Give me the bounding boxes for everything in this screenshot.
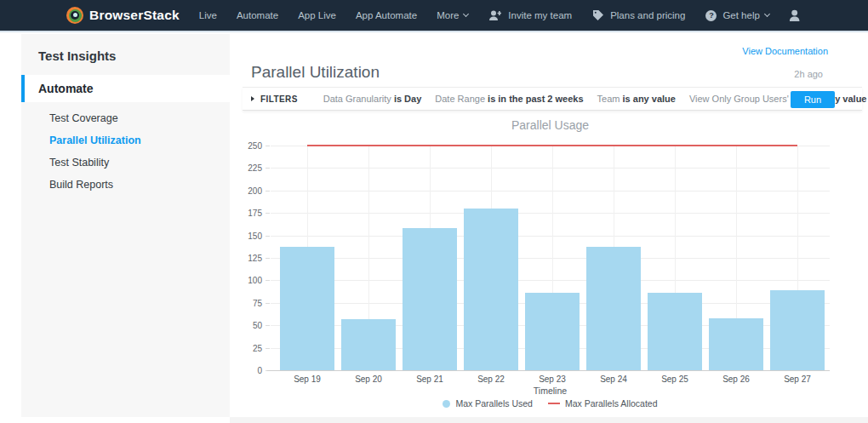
sidebar-item-build-reports[interactable]: Build Reports <box>21 174 230 196</box>
chevron-down-icon <box>764 11 770 17</box>
bar-sep-25[interactable] <box>648 293 702 370</box>
page-title: Parallel Utilization <box>251 63 380 82</box>
filter-date-range[interactable]: Date Range is in the past 2 weeks <box>435 94 583 104</box>
top-navbar: BrowserStack LiveAutomateApp LiveApp Aut… <box>0 0 868 32</box>
chart-legend: Max Parallels UsedMax Parallels Allocate… <box>271 398 830 409</box>
nav-item-label: Invite my team <box>508 10 572 20</box>
bar-sep-19[interactable] <box>280 247 334 370</box>
sidebar-section-label: Automate <box>38 82 94 95</box>
bar-sep-26[interactable] <box>709 318 763 370</box>
y-axis-label: 75 <box>230 299 262 308</box>
y-tick-mark <box>266 191 270 191</box>
nav-item-label: App Live <box>298 10 336 20</box>
x-axis-title: Timeline <box>271 386 830 396</box>
x-axis-label: Sep 20 <box>338 374 399 384</box>
y-axis-label: 100 <box>230 276 262 285</box>
filters-expand-icon[interactable] <box>251 96 254 101</box>
help-icon: ? <box>705 10 717 21</box>
nav-item-label: App Automate <box>356 10 417 20</box>
x-axis-label: Sep 23 <box>522 374 583 384</box>
sidebar-section-automate[interactable]: Automate <box>21 75 230 102</box>
filter-team[interactable]: Team is any value <box>597 94 676 104</box>
filter-view-only-group-users-data[interactable]: View Only Group Users' Data is any value <box>689 94 867 104</box>
grid-line-h <box>271 191 830 191</box>
bar-sep-21[interactable] <box>403 228 457 370</box>
bar-sep-22[interactable] <box>464 209 518 370</box>
chart-title: Parallel Usage <box>271 118 830 132</box>
last-updated-text: 2h ago <box>794 69 823 79</box>
y-axis-label: 125 <box>230 254 262 263</box>
nav-item-label: Plans and pricing <box>610 10 685 20</box>
grid-line-h <box>271 258 830 259</box>
y-tick-mark <box>266 168 270 169</box>
sidebar-title: Test Insights <box>21 34 230 75</box>
browserstack-logo[interactable]: BrowserStack <box>66 7 180 24</box>
legend-label: Max Parallels Allocated <box>565 398 658 409</box>
browserstack-logo-icon <box>66 7 83 24</box>
nav-get-help[interactable]: ?Get help <box>705 10 768 21</box>
grid-line-h <box>271 146 830 146</box>
grid-line-h <box>271 236 830 237</box>
view-documentation-link[interactable]: View Documentation <box>742 46 828 56</box>
y-axis-label: 50 <box>230 321 262 330</box>
y-axis-label: 25 <box>230 344 262 353</box>
sidebar: Test Insights Automate Test CoveragePara… <box>21 34 230 417</box>
x-axis-label: Sep 22 <box>460 374 522 384</box>
help-icon-glyph: ? <box>705 10 717 21</box>
y-tick-mark <box>266 258 270 259</box>
sidebar-item-test-stability[interactable]: Test Stability <box>21 151 230 174</box>
nav-invite-my-team[interactable]: Invite my team <box>488 9 572 21</box>
invite-team-icon <box>488 9 502 21</box>
legend-dash-icon <box>548 403 560 404</box>
y-axis-label: 200 <box>230 186 262 196</box>
y-axis-label: 250 <box>230 141 262 151</box>
x-axis-label: Sep 25 <box>644 374 705 384</box>
y-tick-mark <box>266 280 270 281</box>
sidebar-item-parallel-utilization[interactable]: Parallel Utilization <box>21 129 230 151</box>
filter-data-granularity[interactable]: Data Granularity is Day <box>323 94 422 104</box>
bar-sep-23[interactable] <box>525 293 580 370</box>
nav-item-label: More <box>437 10 459 20</box>
nav-plans-and-pricing[interactable]: Plans and pricing <box>592 9 685 21</box>
pricing-tag-icon <box>592 9 604 21</box>
grid-line-h <box>271 280 830 281</box>
grid-line-h <box>271 213 830 214</box>
y-tick-mark <box>266 213 270 214</box>
sidebar-item-test-coverage[interactable]: Test Coverage <box>21 107 230 129</box>
filters-label[interactable]: FILTERS <box>260 94 298 104</box>
main-content: View Documentation Parallel Utilization … <box>230 34 868 417</box>
legend-max-parallels-allocated[interactable]: Max Parallels Allocated <box>548 398 658 409</box>
nav-item-label: Live <box>199 10 217 20</box>
y-axis-label: 175 <box>230 209 262 218</box>
y-axis-label: 150 <box>230 232 262 241</box>
legend-max-parallels-used[interactable]: Max Parallels Used <box>443 398 532 409</box>
y-tick-mark <box>266 303 270 304</box>
y-axis-label: 0 <box>230 366 262 375</box>
y-tick-mark <box>266 236 270 237</box>
x-axis-label: Sep 19 <box>277 374 338 384</box>
y-tick-mark <box>266 325 270 326</box>
nav-item-automate[interactable]: Automate <box>237 10 278 20</box>
nav-item-label: Get help <box>722 10 759 20</box>
run-button[interactable]: Run <box>791 91 835 108</box>
y-axis-label: 225 <box>230 163 262 173</box>
legend-dot-icon <box>443 400 450 408</box>
nav-account[interactable] <box>790 9 809 21</box>
grid-line-h <box>271 168 830 169</box>
x-axis-label: Sep 26 <box>705 374 767 384</box>
bar-sep-20[interactable] <box>341 319 396 370</box>
bar-sep-27[interactable] <box>770 290 825 370</box>
filters-bar: FILTERS Data Granularity is DayDate Rang… <box>243 87 862 111</box>
y-tick-mark <box>266 348 270 349</box>
bar-sep-24[interactable] <box>586 247 641 370</box>
user-icon <box>789 9 804 22</box>
x-axis-label: Sep 27 <box>767 374 828 384</box>
nav-item-app-automate[interactable]: App Automate <box>356 10 417 20</box>
nav-item-live[interactable]: Live <box>199 10 217 20</box>
legend-label: Max Parallels Used <box>455 398 532 409</box>
nav-item-app-live[interactable]: App Live <box>298 10 336 20</box>
x-axis-label: Sep 24 <box>583 374 644 384</box>
y-tick-mark <box>266 370 270 371</box>
nav-item-label: Automate <box>237 10 278 20</box>
nav-item-more[interactable]: More <box>437 10 468 20</box>
